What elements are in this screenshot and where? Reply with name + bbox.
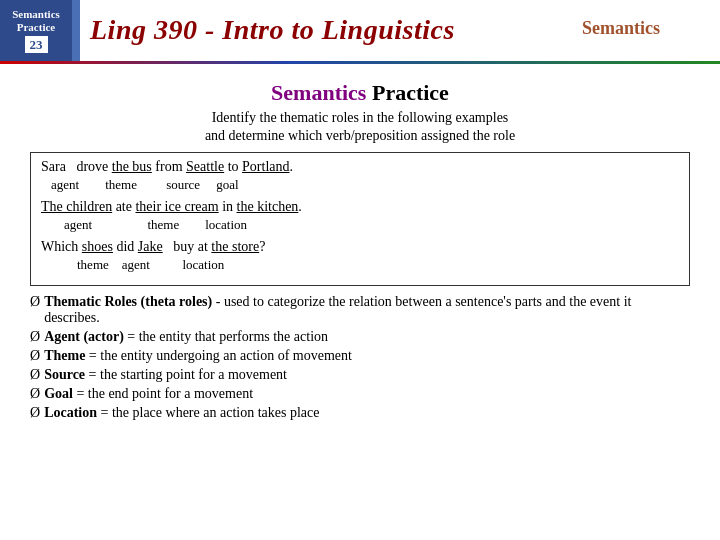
header-left-panel: Semantics Practice 23	[0, 0, 72, 61]
example-row-1: Sara drove the bus from Seattle to Portl…	[41, 159, 679, 193]
header-semantics-label: Semantics	[12, 8, 60, 21]
bullet-item-2: Ø Agent (actor) = the entity that perfor…	[30, 329, 690, 345]
page-title: Semantics Practice	[30, 80, 690, 106]
example-sentence-1: Sara drove the bus from Seattle to Portl…	[41, 159, 679, 175]
bullet-item-1: Ø Thematic Roles (theta roles) - used to…	[30, 294, 690, 326]
bullet-text-4: Source = the starting point for a moveme…	[44, 367, 690, 383]
bullet-text-6: Location = the place where an action tak…	[44, 405, 690, 421]
bullet-arrow-2: Ø	[30, 329, 40, 345]
bullet-arrow-3: Ø	[30, 348, 40, 364]
bullet-item-6: Ø Location = the place where an action t…	[30, 405, 690, 421]
bullet-arrow-5: Ø	[30, 386, 40, 402]
bullet-text-2: Agent (actor) = the entity that performs…	[44, 329, 690, 345]
header-practice-label: Practice	[17, 21, 55, 34]
title-practice-label: Practice	[372, 80, 449, 105]
subtitle-text1: Identify the thematic roles in the follo…	[212, 110, 509, 125]
examples-box: Sara drove the bus from Seattle to Portl…	[30, 152, 690, 286]
subtitle-line1: Identify the thematic roles in the follo…	[30, 110, 690, 126]
example-row-2: The children ate their ice cream in the …	[41, 199, 679, 233]
bullet-text-5: Goal = the end point for a movement	[44, 386, 690, 402]
accent-divider	[0, 61, 720, 64]
bullet-text-1: Thematic Roles (theta roles) - used to c…	[44, 294, 690, 326]
example-sentence-2: The children ate their ice cream in the …	[41, 199, 679, 215]
bullet-arrow-6: Ø	[30, 405, 40, 421]
subtitle-text2: and determine which verb/preposition ass…	[205, 128, 515, 143]
bullet-arrow-4: Ø	[30, 367, 40, 383]
example-roles-3: theme agent location	[41, 257, 679, 273]
header-slide-bar	[72, 0, 80, 61]
subtitle-line2: and determine which verb/preposition ass…	[30, 128, 690, 144]
bullet-text-3: Theme = the entity undergoing an action …	[44, 348, 690, 364]
header-subtitle: Semantics	[582, 18, 660, 39]
main-content: Semantics Practice Identify the thematic…	[0, 70, 720, 432]
example-roles-2: agent theme location	[41, 217, 679, 233]
bullet-item-4: Ø Source = the starting point for a move…	[30, 367, 690, 383]
bullet-item-3: Ø Theme = the entity undergoing an actio…	[30, 348, 690, 364]
example-roles-1: agent theme source goal	[41, 177, 679, 193]
slide-number: 23	[25, 36, 48, 54]
example-row-3: Which shoes did Jake buy at the store? t…	[41, 239, 679, 273]
header-title-area: Ling 390 - Intro to Linguistics Semantic…	[80, 0, 720, 61]
bullet-item-5: Ø Goal = the end point for a movement	[30, 386, 690, 402]
header: Semantics Practice 23 Ling 390 - Intro t…	[0, 0, 720, 61]
bullet-section: Ø Thematic Roles (theta roles) - used to…	[30, 294, 690, 421]
bullet-arrow-1: Ø	[30, 294, 40, 310]
example-sentence-3: Which shoes did Jake buy at the store?	[41, 239, 679, 255]
title-semantics: Semantics	[271, 80, 366, 105]
